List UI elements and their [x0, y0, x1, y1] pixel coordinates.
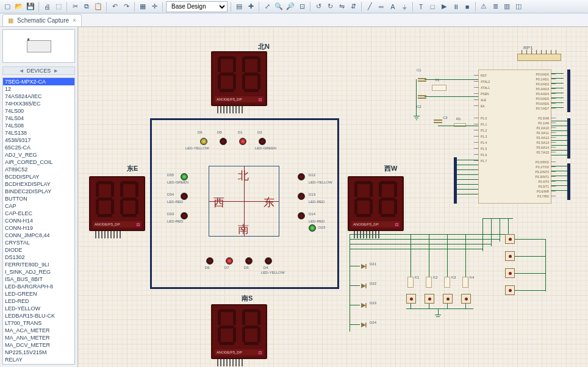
res-k2[interactable]: [426, 277, 432, 288]
device-item[interactable]: CRYSTAL: [3, 239, 74, 246]
tb-cut-icon[interactable]: ✂: [70, 2, 80, 12]
led-d35[interactable]: [181, 173, 188, 180]
diode-d21[interactable]: [360, 263, 368, 268]
device-item[interactable]: CONN_JMPC8,44: [3, 232, 74, 239]
tb-sheet-icon[interactable]: ▤: [234, 2, 244, 12]
device-item[interactable]: DS1302: [3, 254, 74, 261]
crystal-x1[interactable]: [432, 85, 446, 91]
device-item[interactable]: LED-YELLOW: [3, 305, 74, 312]
tb-copy-icon[interactable]: ⧉: [82, 2, 91, 12]
res-r1[interactable]: [454, 123, 466, 127]
tb-net-icon[interactable]: ≣: [490, 2, 500, 12]
button-k4[interactable]: [461, 294, 471, 304]
diode-d22[interactable]: [360, 283, 368, 288]
led-d33[interactable]: [181, 212, 188, 219]
tb-3d-icon[interactable]: ◫: [514, 2, 523, 12]
led-d34[interactable]: [181, 193, 188, 200]
led-d6[interactable]: [206, 257, 213, 265]
device-item[interactable]: 74LS138: [3, 129, 74, 137]
device-item[interactable]: LED-BARGRAPH-8: [3, 283, 74, 290]
device-item[interactable]: RELAY: [3, 356, 74, 363]
led-d4[interactable]: [265, 257, 272, 265]
device-item[interactable]: LT700_TRANS: [3, 319, 74, 327]
tb-pause-icon[interactable]: ⏸: [451, 2, 461, 12]
tb-save-icon[interactable]: 💾: [26, 2, 35, 12]
res-k4[interactable]: [462, 277, 468, 288]
cap-c1[interactable]: [420, 74, 425, 85]
button-k1[interactable]: [406, 294, 416, 304]
diode-d24[interactable]: [360, 322, 368, 327]
device-item[interactable]: 74LS08: [3, 122, 74, 129]
design-combo[interactable]: Base Design: [166, 1, 228, 12]
button-b2[interactable]: [505, 251, 515, 261]
button-b3[interactable]: [505, 268, 515, 278]
tb-zoomfit-icon[interactable]: ⤢: [262, 2, 272, 12]
button-b1[interactable]: [505, 234, 515, 244]
tb-flip-v-icon[interactable]: ⇵: [348, 2, 358, 12]
device-item[interactable]: 65C25-CA: [3, 144, 74, 151]
led-d14[interactable]: [298, 212, 305, 219]
tb-gnd-icon[interactable]: ⏚: [400, 2, 409, 12]
tb-snap-icon[interactable]: ✛: [149, 2, 159, 12]
tb-paste-icon[interactable]: 📋: [93, 2, 103, 12]
tb-flip-h-icon[interactable]: ⇋: [337, 2, 346, 12]
led-d9[interactable]: [200, 138, 207, 145]
device-list[interactable]: 7SEG-MPX2-CA1274AS824A/IEC74HXX365/EC74L…: [2, 77, 75, 365]
device-item[interactable]: BCDHEXDISPLAY: [3, 180, 74, 188]
tb-erc-icon[interactable]: ⚠: [479, 2, 489, 12]
device-item[interactable]: BINDEC2DISPLAY: [3, 188, 74, 195]
cap-c2[interactable]: [420, 91, 425, 102]
res-k1[interactable]: [407, 277, 414, 288]
tb-rot-cw-icon[interactable]: ↻: [325, 2, 335, 12]
tab-close-icon[interactable]: ×: [73, 17, 76, 24]
button-k2[interactable]: [425, 294, 434, 304]
led-d5[interactable]: [245, 257, 253, 265]
device-item[interactable]: 12: [3, 85, 74, 93]
device-item[interactable]: CAP-ELEC: [3, 210, 74, 217]
led-d7[interactable]: [226, 257, 233, 265]
device-item[interactable]: LEDBAR15-BLU-CK: [3, 312, 74, 319]
led-d8[interactable]: [220, 138, 227, 145]
device-item[interactable]: LED-RED: [3, 298, 74, 305]
tb-print-icon[interactable]: 🖨: [42, 2, 52, 12]
led-d12[interactable]: [298, 173, 305, 180]
tb-new-icon[interactable]: ▢: [2, 2, 12, 12]
device-item[interactable]: 74HXX365/EC: [3, 100, 74, 107]
led-d23-ext[interactable]: [309, 224, 316, 232]
tb-zoomin-icon[interactable]: 🔍: [274, 2, 284, 12]
device-item[interactable]: RES: [3, 363, 74, 365]
seven-seg-south[interactable]: ANODE/F5_DP: [211, 304, 267, 359]
tb-open-icon[interactable]: 📂: [14, 2, 24, 12]
device-item[interactable]: CAP: [3, 202, 74, 210]
device-item[interactable]: CONN-H19: [3, 224, 74, 232]
tb-text-icon[interactable]: T: [416, 2, 426, 12]
tb-label-icon[interactable]: A: [388, 2, 398, 12]
seven-seg-west[interactable]: ANODE/F5_DP: [348, 176, 404, 231]
tb-rot-ccw-icon[interactable]: ↺: [314, 2, 323, 12]
tb-zoomout-icon[interactable]: 🔎: [285, 2, 295, 12]
res-k3[interactable]: [444, 277, 450, 288]
pick-prev-icon[interactable]: ◄: [19, 68, 24, 74]
device-item[interactable]: 74LS00: [3, 107, 74, 115]
tb-wire-icon[interactable]: ╱: [365, 2, 375, 12]
device-item[interactable]: AIR_CORED_COIL: [3, 159, 74, 166]
led-d2[interactable]: [259, 138, 266, 145]
device-item[interactable]: CONN-H14: [3, 217, 74, 224]
tb-redo-icon[interactable]: ↷: [121, 2, 131, 12]
schematic-canvas[interactable]: 北N ANODE/F5_DP 东E ANODE/F5_DP 西W ANODE/F…: [78, 27, 588, 367]
pick-next-icon[interactable]: ►: [53, 68, 59, 74]
seven-seg-north[interactable]: ANODE/F5_DP: [211, 51, 267, 106]
tb-rect-icon[interactable]: □: [428, 2, 437, 12]
device-item[interactable]: ISA_BUS_8BIT: [3, 276, 74, 283]
device-item[interactable]: LED-GREEN: [3, 290, 74, 298]
tb-zoomsheet-icon[interactable]: ⊡: [297, 2, 307, 12]
tb-bus-icon[interactable]: ═: [376, 2, 386, 12]
respack-rp1[interactable]: [517, 54, 561, 61]
device-item[interactable]: 74LS04: [3, 115, 74, 122]
device-item[interactable]: AT89C52: [3, 166, 74, 173]
device-item[interactable]: FERRITE80D_9LI: [3, 261, 74, 268]
device-item[interactable]: NP225,15V215M: [3, 349, 74, 356]
device-item[interactable]: BCDDISPLAY: [3, 173, 74, 180]
led-d1[interactable]: [239, 138, 246, 145]
tb-cross-icon[interactable]: ✚: [246, 2, 256, 12]
